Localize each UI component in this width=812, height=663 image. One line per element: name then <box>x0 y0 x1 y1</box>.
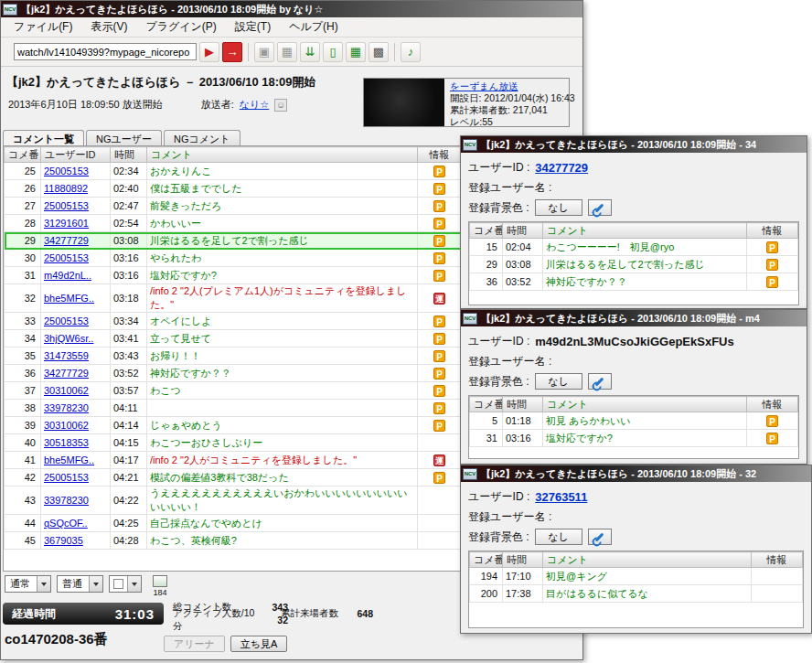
bg-color-none-button[interactable]: なし <box>535 529 582 545</box>
standing-a-button[interactable]: 立ち見A <box>230 636 288 652</box>
comment-row[interactable]: 41bhe5MFG..04:17/info 2 "2人がコミュニティを登録しまし… <box>5 452 462 469</box>
user-id-cell[interactable]: 31291601 <box>41 215 111 232</box>
bg-color-none-button[interactable]: なし <box>535 199 582 216</box>
menu-view[interactable]: 表示(V) <box>81 17 136 37</box>
header-time[interactable]: 時間 <box>503 397 543 412</box>
user-id-link[interactable]: bhe5MFG.. <box>44 454 94 465</box>
comment-row[interactable]: 353147355903:43お帰り！！P <box>5 348 462 365</box>
user-id-cell[interactable]: 25005153 <box>41 250 111 267</box>
user-id-link[interactable]: 34277729 <box>44 235 89 246</box>
comment-row[interactable]: 422500515304:21模試の偏差値3教科で38だったP <box>5 469 462 487</box>
user-id-link[interactable]: 25005153 <box>44 315 89 326</box>
user-id-cell[interactable]: 30310062 <box>41 382 111 400</box>
image-icon[interactable]: ▦ <box>277 42 297 62</box>
comment-row[interactable]: 45367903504:28わこつ、英検何級? <box>5 532 462 550</box>
user-window-titlebar[interactable]: NCV 【jk2】かえってきたよほらほら - 2013/06/10 18:09開… <box>461 310 807 326</box>
user-id-link[interactable]: 33978230 <box>44 495 89 506</box>
header-time[interactable]: 時間 <box>111 147 147 163</box>
download-comments-icon[interactable]: ⇊ <box>300 42 320 62</box>
header-info[interactable]: 情報 <box>747 397 798 412</box>
user-id-cell[interactable]: 34277729 <box>41 232 111 250</box>
nico-live-icon[interactable]: → <box>222 42 242 62</box>
chevron-down-icon[interactable] <box>127 576 141 592</box>
address-input[interactable] <box>14 43 197 60</box>
user-id-cell[interactable]: 31473559 <box>41 348 111 365</box>
header-comment[interactable]: コメント <box>543 397 747 412</box>
header-user-id[interactable]: ユーザーID <box>41 147 111 163</box>
header-time[interactable]: 時間 <box>503 552 543 568</box>
user-id-link[interactable]: 34277729 <box>44 368 89 379</box>
sound-icon[interactable]: ♪ <box>401 42 421 62</box>
user-id-link[interactable]: qSQcOF.. <box>44 518 88 529</box>
comment-row[interactable]: 433397823004:22うえええええええええええいおかわいいいいいいいいい… <box>5 487 462 515</box>
user-id-cell[interactable]: qSQcOF.. <box>41 515 111 532</box>
user-id-cell[interactable]: 25005153 <box>41 198 111 215</box>
header-comment-number[interactable]: コメ番 <box>470 223 503 239</box>
user-id-link[interactable]: 25005153 <box>44 252 89 263</box>
comment-row[interactable]: 261188089202:40僕は五級まででしたP <box>5 180 462 198</box>
main-titlebar[interactable]: NCV 【jk2】かえってきたよほらほら - 2013/06/10 18:09開… <box>1 1 582 17</box>
comment-row[interactable]: 383397823004:11P <box>5 400 462 417</box>
menu-help[interactable]: ヘルプ(H) <box>280 17 347 37</box>
user-id-cell[interactable]: 11880892 <box>41 180 111 198</box>
menu-plugin[interactable]: プラグイン(P) <box>136 17 225 37</box>
comment-row[interactable]: 393031006204:14じゃぁやめとうP <box>5 417 462 434</box>
user-window-titlebar[interactable]: NCV 【jk2】かえってきたよほらほら - 2013/06/10 18:09開… <box>461 465 811 482</box>
user-id-link[interactable]: 25005153 <box>44 472 89 483</box>
comment-row[interactable]: 373031006203:57わこつP <box>5 382 462 400</box>
menu-settings[interactable]: 設定(T) <box>226 17 280 37</box>
user-id-cell[interactable]: 25005153 <box>41 469 111 487</box>
header-comment[interactable]: コメント <box>543 223 747 239</box>
comment-row[interactable]: 252500515302:34おかえりんこP <box>5 163 462 180</box>
size-select[interactable]: 通常 <box>5 575 51 593</box>
comment-row[interactable]: 32bhe5MFG..03:18/info 2 "2人(プレミアム1人)がコミュ… <box>5 284 462 313</box>
comment-row[interactable]: 332500515303:34オペイにしよP <box>5 313 462 330</box>
header-info[interactable]: 情報 <box>747 223 798 239</box>
header-info[interactable]: 情報 <box>418 147 462 163</box>
user-id-link[interactable]: m49d2nL.. <box>44 270 91 281</box>
comment-row[interactable]: 2903:08川栄はるるを足して2で割った感じP <box>470 256 798 273</box>
user-id-link[interactable]: 25005153 <box>44 166 89 176</box>
chevron-down-icon[interactable] <box>37 576 50 592</box>
user-id-link[interactable]: 25005153 <box>44 200 89 211</box>
user-id-link[interactable]: 3679035 <box>44 535 83 546</box>
settings-wrench-button[interactable] <box>588 529 612 545</box>
user-id-cell[interactable]: 25005153 <box>41 163 111 180</box>
menu-file[interactable]: ファイル(F) <box>5 17 81 37</box>
grid-view-icon[interactable]: ▦ <box>346 42 366 62</box>
comment-row[interactable]: 363427772903:52神対応ですか？？P <box>5 365 462 382</box>
play-browser-icon[interactable]: ▶ <box>199 42 219 62</box>
user-id-cell[interactable]: m49d2nL.. <box>41 267 111 284</box>
user-id-cell[interactable]: 33978230 <box>41 400 111 417</box>
user-window-titlebar[interactable]: NCV 【jk2】かえってきたよほらほら - 2013/06/10 18:09開… <box>461 136 807 153</box>
broadcaster-link[interactable]: なり☆ <box>240 98 269 112</box>
user-id-link[interactable]: bhe5MFG.. <box>44 293 94 304</box>
user-id-cell[interactable]: 3679035 <box>41 532 111 550</box>
header-time[interactable]: 時間 <box>503 223 543 239</box>
user-id-link[interactable]: 34277729 <box>535 161 588 175</box>
user-id-cell[interactable]: 34277729 <box>41 365 111 382</box>
user-id-link[interactable]: 32763511 <box>535 490 587 504</box>
settings-wrench-button[interactable] <box>588 373 612 390</box>
header-comment-number[interactable]: コメ番 <box>5 147 41 163</box>
plugin-icon[interactable]: ▩ <box>369 42 389 62</box>
header-comment[interactable]: コメント <box>543 552 752 568</box>
comment-row[interactable]: 3603:52神対応ですか？？P <box>470 273 798 291</box>
comment-row[interactable]: 293427772903:08川栄はるるを足して2で割った感じP <box>5 232 462 250</box>
user-id-cell[interactable]: 30310062 <box>41 417 111 434</box>
user-id-link[interactable]: 11880892 <box>44 183 88 194</box>
comment-row[interactable]: 302500515303:16やられたわP <box>5 250 462 267</box>
chevron-down-icon[interactable] <box>89 576 102 592</box>
comment-row[interactable]: 3103:16塩対応ですか?P <box>470 430 798 447</box>
comment-row[interactable]: 272500515302:47前髪きっただろP <box>5 198 462 215</box>
comment-row[interactable]: 20017:38目がはるるに似てるな <box>470 585 803 603</box>
user-id-link[interactable]: 31473559 <box>44 350 89 361</box>
anonymous-184-toggle[interactable]: 184 <box>153 575 167 597</box>
user-id-link[interactable]: 33978230 <box>44 402 89 413</box>
user-id-cell[interactable]: bhe5MFG.. <box>41 452 111 469</box>
comment-row[interactable]: 1502:04わこつーーーー! 初見@ryoP <box>470 239 798 256</box>
header-comment[interactable]: コメント <box>147 147 418 163</box>
user-id-cell[interactable]: bhe5MFG.. <box>41 284 111 313</box>
comment-row[interactable]: 44qSQcOF..04:25自己採点なんでやめとけ <box>5 515 462 532</box>
user-id-cell[interactable]: 33978230 <box>41 487 111 515</box>
